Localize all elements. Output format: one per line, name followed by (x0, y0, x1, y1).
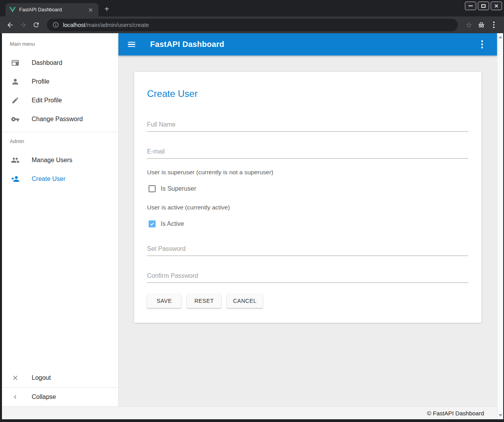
site-info-icon[interactable] (52, 21, 59, 28)
is-superuser-checkbox[interactable] (149, 185, 156, 192)
is-superuser-row[interactable]: Is Superuser (147, 185, 468, 192)
incognito-icon (475, 19, 488, 31)
pencil-icon (11, 96, 20, 105)
email-input[interactable] (147, 146, 468, 159)
sidebar-divider (2, 132, 118, 132)
sidebar-item-profile[interactable]: Profile (2, 72, 118, 91)
is-active-checkbox[interactable] (149, 220, 156, 227)
sidebar-item-manage-users[interactable]: Manage Users (2, 151, 118, 170)
forward-button[interactable] (18, 20, 29, 30)
set-password-input[interactable] (147, 243, 468, 256)
maximize-button[interactable] (478, 2, 489, 10)
is-active-row[interactable]: Is Active (147, 220, 468, 227)
sidebar-item-create-user[interactable]: Create User (2, 170, 118, 188)
dashboard-icon (11, 58, 20, 68)
sidebar-item-label: Dashboard (32, 59, 62, 66)
reset-button[interactable]: RESET (187, 294, 221, 308)
sidebar: Main menu Dashboard Profile (2, 33, 118, 406)
full-name-field-wrap (147, 119, 468, 132)
superuser-hint: User is superuser (currently is not a su… (147, 169, 468, 176)
reload-button[interactable] (30, 20, 41, 30)
key-icon (11, 114, 20, 124)
browser-window: FastAPI Dashboard ✕ + ✕ localhost/main/a… (0, 0, 504, 422)
minimize-button[interactable] (465, 2, 476, 10)
close-icon (11, 373, 20, 383)
sidebar-item-collapse[interactable]: Collapse (2, 388, 118, 406)
cancel-button[interactable]: CANCEL (227, 294, 263, 308)
footer-copyright: © FastAPI Dashboard (427, 410, 484, 417)
back-button[interactable] (5, 20, 16, 30)
page-title: Create User (147, 88, 468, 99)
scroll-down-icon[interactable] (499, 414, 502, 417)
app-bar: FastAPI Dashboard (118, 33, 497, 55)
person-icon (11, 77, 20, 86)
full-name-input[interactable] (147, 119, 468, 132)
browser-tab[interactable]: FastAPI Dashboard ✕ (5, 3, 99, 16)
appbar-title: FastAPI Dashboard (150, 40, 224, 49)
save-button[interactable]: SAVE (147, 294, 181, 308)
page-footer: © FastAPI Dashboard (2, 406, 497, 419)
chevron-left-icon (11, 392, 20, 402)
sidebar-item-label: Profile (32, 78, 49, 85)
sidebar-section-admin: Admin (2, 137, 118, 146)
scroll-up-icon[interactable] (499, 36, 502, 38)
sidebar-item-change-password[interactable]: Change Password (2, 110, 118, 129)
email-field-wrap (147, 146, 468, 159)
set-password-field-wrap (147, 243, 468, 256)
sidebar-item-label: Edit Profile (32, 97, 62, 104)
page-content: Main menu Dashboard Profile (2, 33, 503, 419)
sidebar-item-label: Create User (32, 175, 65, 182)
url-host: localhost (63, 22, 85, 28)
close-window-button[interactable]: ✕ (491, 2, 502, 10)
main-area: FastAPI Dashboard Create User (118, 33, 497, 406)
page-canvas: Create User User is superuser (currently… (118, 55, 497, 406)
is-superuser-label: Is Superuser (161, 185, 196, 192)
sidebar-item-label: Collapse (32, 393, 56, 401)
sidebar-item-label: Change Password (32, 116, 83, 123)
sidebar-item-label: Logout (32, 374, 51, 381)
appbar-menu-icon[interactable] (477, 40, 487, 48)
tab-strip: FastAPI Dashboard ✕ + ✕ (0, 0, 504, 16)
confirm-password-field-wrap (147, 270, 468, 283)
hamburger-menu-icon[interactable] (128, 40, 137, 49)
tab-close-icon[interactable]: ✕ (86, 6, 95, 14)
sidebar-item-logout[interactable]: Logout (2, 368, 118, 387)
create-user-card: Create User User is superuser (currently… (134, 72, 481, 323)
is-active-label: Is Active (161, 220, 184, 227)
tab-title: FastAPI Dashboard (19, 7, 86, 13)
person-add-icon (11, 174, 20, 184)
vue-favicon-icon (9, 7, 16, 13)
sidebar-section-main-menu: Main menu (2, 39, 118, 49)
browser-menu-icon[interactable] (488, 19, 500, 31)
sidebar-item-label: Manage Users (32, 157, 72, 164)
url-bar[interactable]: localhost/main/admin/users/create (47, 19, 458, 31)
active-hint: User is active (currently active) (147, 204, 468, 211)
url-path: /main/admin/users/create (85, 22, 149, 28)
browser-toolbar: localhost/main/admin/users/create ☆ (0, 16, 504, 33)
bookmark-star-icon[interactable]: ☆ (463, 19, 475, 31)
people-icon (11, 156, 20, 165)
sidebar-item-edit-profile[interactable]: Edit Profile (2, 91, 118, 110)
sidebar-item-dashboard[interactable]: Dashboard (2, 54, 118, 72)
new-tab-button[interactable]: + (102, 4, 112, 14)
confirm-password-input[interactable] (147, 270, 468, 283)
scrollbar[interactable] (497, 33, 503, 419)
